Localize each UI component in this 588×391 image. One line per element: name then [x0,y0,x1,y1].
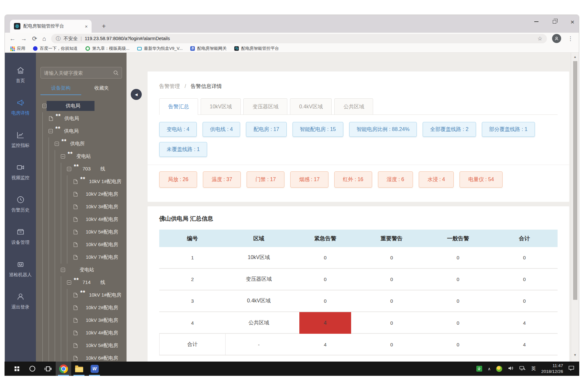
antivirus-tray-icon[interactable] [496,366,502,372]
tree-node[interactable]: 10kV 2#配电房 [40,301,122,314]
info-icon[interactable]: ⓘ [56,36,61,42]
collapse-box-icon[interactable] [61,268,65,272]
close-icon[interactable]: × [571,18,574,25]
stat-flood[interactable]: 水浸 : 4 [419,171,454,188]
ime-indicator[interactable]: 英 [531,366,536,372]
sidebar-item-room-details[interactable]: 电房详情 [5,91,36,123]
tree-node[interactable]: 10kV 5#配电房 [40,226,122,238]
collapse-box-icon[interactable] [49,129,53,133]
tree-node[interactable]: **变电站 [40,150,122,163]
sidebar-item-home[interactable]: 首页 [5,59,36,91]
tab-public-area[interactable]: 公共区域 [334,98,373,114]
cortana-button[interactable] [25,362,40,376]
bookmark-gateway[interactable]: B配电房智能网关 [190,46,227,51]
home-icon[interactable]: ⌂ [42,36,46,42]
taskbar-chrome-button[interactable] [56,362,71,376]
taskbar-explorer-button[interactable] [71,362,87,376]
breadcrumb-parent[interactable]: 告警管理 [159,83,180,89]
collapse-box-icon[interactable] [42,104,47,108]
bookmark-platform[interactable]: 配电房智能管控平台 [234,46,279,51]
stat-partial-coverage[interactable]: 部分覆盖线路 : 1 [482,122,535,137]
sidebar-item-monitor-metrics[interactable]: 监控指标 [5,123,36,156]
collapse-box-icon[interactable] [61,154,65,158]
tree-node[interactable]: 10kV 7#配电房 [40,251,122,264]
scroll-up-icon[interactable]: ▲ [573,53,577,61]
stat-supply-line[interactable]: 供电线 : 4 [203,122,240,137]
tree-node[interactable]: **供电局 [40,112,122,125]
tree-node[interactable]: **714 线 [40,276,122,289]
stat-full-coverage[interactable]: 全部覆盖线路 : 2 [423,122,476,137]
tree-search-box[interactable] [40,67,122,79]
tree-node[interactable]: **703 线 [40,163,122,175]
network-icon[interactable] [519,366,526,372]
tree-node[interactable]: 10kV 6#配电房 [40,238,122,251]
browser-menu-icon[interactable]: ⋮ [566,35,574,42]
address-bar[interactable]: ⓘ 不安全 | 119.23.58.97:8080/a?login#/alarm… [51,34,547,43]
start-button[interactable] [9,362,25,376]
tab-close-icon[interactable]: × [85,24,88,29]
sidebar-item-logout[interactable]: 退出登录 [5,285,36,317]
forward-icon[interactable]: → [21,36,27,42]
stat-smart-room[interactable]: 智能配电房 : 15 [293,122,343,137]
bookmark-apps[interactable]: 应用 [10,46,25,51]
back-icon[interactable]: ← [9,36,16,42]
stat-no-coverage[interactable]: 未覆盖线路 : 1 [159,142,207,157]
scroll-down-icon[interactable]: ▼ [573,351,577,359]
stat-smoke[interactable]: 烟感 : 17 [290,171,328,188]
taskbar-clock[interactable]: 11:47 2018/12/26 [541,363,563,374]
tree-node[interactable]: **10kV 1#配电房 [40,289,122,301]
stat-meter[interactable]: 电量仪 : 54 [460,171,503,188]
sidebar-item-alarm-history[interactable]: 告警历史 [5,188,36,220]
tree-node[interactable]: **10kV 1#配电房 [40,175,122,188]
tree-node[interactable]: 10kV 4#配电房 [40,213,122,226]
bookmark-template[interactable]: 第九章：模版高级... [85,46,129,51]
tree-node[interactable]: 10kV 2#配电房 [40,188,122,201]
stat-substation[interactable]: 变电站 : 4 [159,122,197,137]
reload-icon[interactable]: ⟳ [32,36,37,42]
profile-avatar[interactable] [552,34,561,43]
tab-favorites[interactable]: 收藏夹 [81,85,122,95]
tree-node[interactable]: 10kV 3#配电房 [40,314,122,327]
stat-door[interactable]: 门禁 : 17 [247,171,284,188]
new-tab-button[interactable]: + [99,22,108,30]
action-center-icon[interactable] [569,366,574,372]
volume-icon[interactable] [508,366,514,372]
tab-transformer-area[interactable]: 变压器区域 [243,98,287,114]
tab-10kv-area[interactable]: 10kV区域 [201,98,241,114]
minimize-icon[interactable] [534,21,538,22]
stat-partial-discharge[interactable]: 局放 : 26 [159,171,197,188]
sidebar-item-device-mgmt[interactable]: 设备管理 [5,220,36,253]
task-view-button[interactable] [40,362,56,376]
restore-icon[interactable] [553,20,556,24]
collapse-box-icon[interactable] [55,142,59,146]
tree-node[interactable]: 供电局 [40,100,122,112]
sidebar-item-video[interactable]: 视频监控 [5,156,36,188]
stat-humidity[interactable]: 湿度 : 6 [378,171,413,188]
stat-dist-room[interactable]: 配电房 : 17 [246,122,286,137]
page-scrollbar[interactable]: ▲ ▼ [571,53,579,375]
sidebar-item-robot[interactable]: 巡检机器人 [5,253,36,285]
browser-tab[interactable]: 配电房智能管控平台 × [10,20,92,33]
stat-temperature[interactable]: 温度 : 37 [203,171,241,188]
collapse-box-icon[interactable] [67,280,71,285]
tab-alarm-summary[interactable]: 告警汇总 [159,98,198,115]
tray-chevron-icon[interactable]: ∧ [488,366,491,371]
tree-node[interactable]: 10kV 5#配电房 [40,339,122,352]
usb-tray-icon[interactable] [476,366,482,372]
tab-04kv-area[interactable]: 0.4kV区域 [290,98,332,114]
tree-node[interactable]: 10kV 4#配电房 [40,327,122,339]
tab-device-structure[interactable]: 设备架构 [40,85,81,95]
tree-node[interactable]: 10kV 3#配电房 [40,201,122,213]
tree-node[interactable]: **供电局 [40,125,122,137]
bookmark-star-icon[interactable]: ☆ [538,35,542,42]
tree-node[interactable]: 变电站 [40,264,122,276]
bookmark-baidu[interactable]: 百度一下，你就知道 [33,46,78,51]
search-input[interactable] [44,70,111,76]
stat-infrared[interactable]: 红外 : 16 [334,171,372,188]
scrollbar-thumb[interactable] [573,61,577,300]
stat-smart-ratio[interactable]: 智能电房比例 : 88.24% [349,122,417,137]
tree-collapse-button[interactable]: ◀ [131,89,142,100]
taskbar-wps-button[interactable]: W [87,362,102,376]
collapse-box-icon[interactable] [67,167,71,171]
tree-node[interactable]: **供电所 [40,137,122,150]
